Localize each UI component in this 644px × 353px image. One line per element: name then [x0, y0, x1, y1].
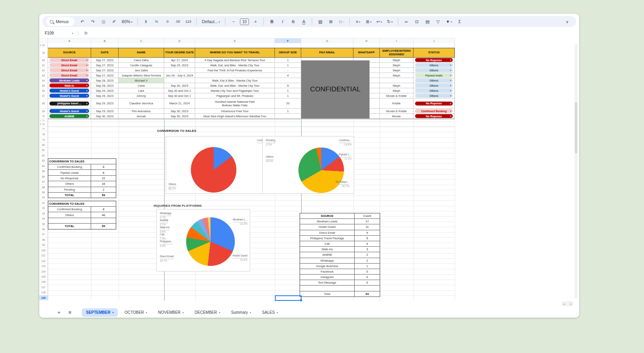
cell[interactable]: 1: [275, 109, 301, 114]
cell[interactable]: [48, 43, 91, 48]
cell[interactable]: Walk, Eat, and Bike - Manila City Tour: [195, 83, 275, 88]
cell[interactable]: Steph: [380, 58, 413, 63]
text-color-button[interactable]: A: [299, 17, 309, 26]
text-wrap-button[interactable]: ↩▾: [374, 17, 384, 26]
cell[interactable]: [48, 218, 91, 223]
cell[interactable]: Sep 30 and Oct 1: [164, 93, 195, 98]
cell[interactable]: [164, 43, 195, 48]
cell[interactable]: 9: [355, 230, 380, 235]
filter-views-button[interactable]: ▼▾: [444, 17, 454, 26]
cell[interactable]: [164, 78, 195, 83]
source-chip[interactable]: Hostel's Guest▾: [49, 89, 89, 93]
cell[interactable]: Direct Email▾: [48, 58, 91, 63]
cell[interactable]: 0: [355, 280, 380, 285]
create-filter-button[interactable]: ▽: [433, 17, 443, 26]
cell[interactable]: Cecille Calaguas: [119, 63, 164, 68]
status-chip[interactable]: Others▾: [415, 63, 453, 67]
cell[interactable]: Walk-In▾: [48, 83, 91, 88]
cell[interactable]: Total: [300, 291, 355, 297]
cell[interactable]: [380, 78, 413, 83]
row-header-60[interactable]: 60: [39, 58, 48, 63]
row-header-91[interactable]: 91: [39, 200, 48, 206]
cell[interactable]: 4: [355, 241, 380, 246]
cell[interactable]: SOURCE: [300, 213, 355, 218]
cell[interactable]: 46: [91, 212, 116, 217]
cell[interactable]: 5: [275, 83, 301, 88]
cell[interactable]: [91, 218, 116, 223]
row-header-99[interactable]: 99: [39, 243, 48, 248]
sheet-tab-december[interactable]: DECEMBER▾: [190, 308, 225, 317]
cell[interactable]: Pagsanjan and Mt. Pinatubo: [195, 93, 275, 98]
number-format-button[interactable]: 123: [183, 17, 193, 26]
cell[interactable]: 0: [355, 269, 380, 274]
fill-color-button[interactable]: ▧: [315, 17, 325, 26]
inquiries-pie-chart[interactable]: Whatsapp 3.7% AirBNB 3.7% Walk-ins 5.6% …: [156, 209, 250, 271]
source-chip[interactable]: Direct Email▾: [49, 58, 89, 62]
status-chip[interactable]: Others▾: [415, 89, 453, 93]
cell[interactable]: [301, 43, 353, 48]
cell[interactable]: 1: [355, 264, 380, 269]
row-header-64[interactable]: 64: [39, 78, 48, 83]
cell[interactable]: Philippine Travel Package: [300, 236, 355, 241]
merge-cells-button[interactable]: ⊟▾: [337, 17, 346, 26]
row-header-63[interactable]: 63: [39, 73, 48, 78]
row-header-106[interactable]: 106: [39, 280, 48, 285]
vertical-scrollbar-thumb[interactable]: [575, 102, 577, 153]
cell[interactable]: Carla: [119, 83, 164, 88]
cell[interactable]: Text Message: [300, 280, 355, 285]
cell[interactable]: Apr 17, 2024: [164, 58, 195, 63]
cell[interactable]: Flyeast leads▾: [413, 73, 455, 78]
cell[interactable]: Direct Email▾: [48, 63, 91, 68]
cell[interactable]: Others▾: [413, 78, 455, 83]
row-header-84[interactable]: 84: [39, 164, 48, 169]
cell[interactable]: Sep 29, 2023: [91, 88, 119, 93]
print-button[interactable]: ⎙: [99, 17, 108, 26]
cell[interactable]: philippine travel ...▾: [48, 98, 91, 109]
cell[interactable]: Walk, Eat & Bike - Manila City Tour: [195, 78, 275, 83]
cell[interactable]: Michael V: [119, 78, 164, 83]
conversion-pie-chart-1[interactable]: Confirmed... 14.8% Others 85.2%: [166, 136, 274, 194]
cell[interactable]: Instagram: [300, 275, 355, 280]
source-chip[interactable]: AirBNB▾: [49, 114, 89, 118]
conversion-pie-chart-2[interactable]: Pending 3.7% Others 29.6% Confirme... 14…: [262, 136, 354, 194]
borders-button[interactable]: ⊞: [326, 17, 336, 26]
row-header-67[interactable]: 67: [39, 93, 48, 98]
status-chip[interactable]: No Reponse▾: [415, 114, 453, 118]
cell[interactable]: [353, 43, 380, 48]
cell[interactable]: Hostel's Guest▾: [48, 88, 91, 93]
cell[interactable]: -: [275, 68, 301, 73]
cell[interactable]: 8: [91, 207, 116, 212]
functions-button[interactable]: Σ: [455, 17, 465, 26]
bold-button[interactable]: B: [267, 17, 277, 26]
cell[interactable]: Jun 26 - July 4, 2024: [164, 73, 195, 78]
row-header-100[interactable]: 100: [39, 248, 48, 253]
cell[interactable]: [413, 43, 455, 48]
cell[interactable]: Mcxee & Kristle: [380, 109, 413, 114]
format-percent-button[interactable]: %: [152, 17, 161, 26]
cell[interactable]: [380, 43, 413, 48]
cell[interactable]: Pending: [48, 187, 91, 192]
cell[interactable]: Johnny: [119, 93, 164, 98]
sheet-tab-november[interactable]: NOVEMBER▾: [154, 308, 188, 317]
cell[interactable]: [91, 43, 119, 48]
cell[interactable]: Kristle: [380, 98, 413, 109]
decrease-font-size-button[interactable]: −: [229, 17, 238, 26]
row-header-70[interactable]: 70: [39, 114, 48, 119]
cell[interactable]: Others: [48, 181, 91, 186]
cell[interactable]: Whatsapp: [300, 258, 355, 263]
cell[interactable]: Jennah: [119, 114, 164, 119]
cell[interactable]: 54: [91, 193, 116, 198]
cell[interactable]: Claudine Veronica: [119, 98, 164, 109]
source-chip[interactable]: Direct Email▾: [49, 63, 89, 67]
cell[interactable]: 20: [275, 98, 301, 109]
row-header-89[interactable]: 89: [39, 190, 48, 195]
status-chip[interactable]: Flyeast leads▾: [415, 73, 453, 77]
cell[interactable]: No Reponse▾: [413, 114, 455, 119]
sheet-tab-september[interactable]: SEPTEMBER▾: [82, 308, 118, 317]
horizontal-scroll-arrows[interactable]: ◂ ▸: [562, 302, 573, 306]
cell[interactable]: 2: [355, 252, 380, 257]
cell[interactable]: Sep 29, 2023: [91, 109, 119, 114]
row-header-66[interactable]: 66: [39, 88, 48, 93]
cell[interactable]: [195, 43, 275, 48]
row-header-77[interactable]: 77: [39, 127, 48, 132]
